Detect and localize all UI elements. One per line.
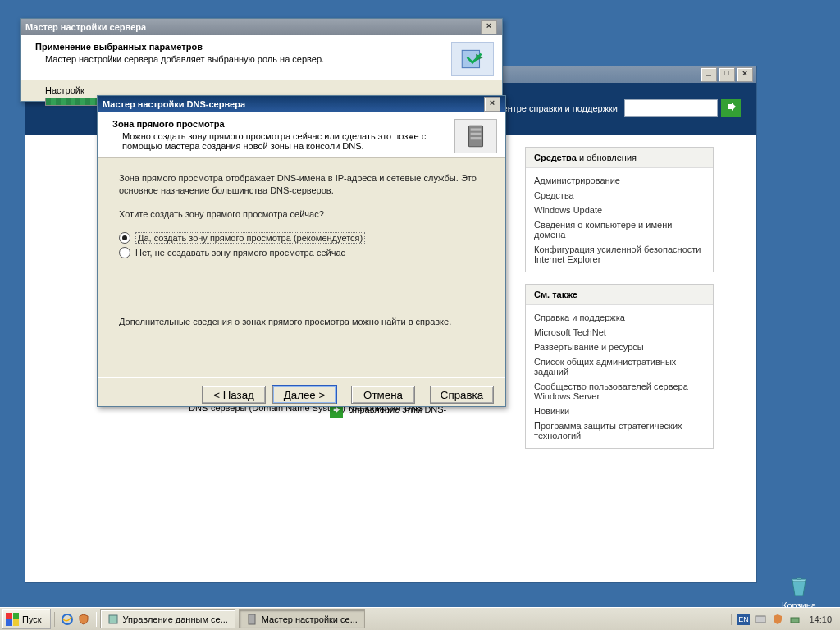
see-also-box: См. также Справка и поддержка Microsoft … [525,284,714,449]
side-link[interactable]: Сведения о компьютере и имени домена [534,217,705,242]
side-link[interactable]: Справка и поддержка [534,310,705,325]
tray-icon[interactable] [754,614,767,625]
side-link[interactable]: Развертывание и ресурсы [534,340,705,354]
wizard-subheading: Мастер настройки сервера добавляет выбра… [45,54,451,64]
system-tray: EN 14:10 [731,614,840,625]
cancel-button[interactable]: Отмена [351,386,415,404]
side-link[interactable]: Microsoft TechNet [534,325,705,340]
side-link[interactable]: Средства [534,188,705,203]
svg-rect-2 [471,128,482,130]
arrow-right-icon [724,102,737,115]
taskbar-item-dns-wizard[interactable]: Мастер настройки се... [239,609,365,628]
wizard-question: Хотите создать зону прямого просмотра се… [119,208,484,221]
side-link[interactable]: Windows Update [534,203,705,217]
start-label: Пуск [22,614,42,624]
radio-label: Нет, не создавать зону прямого просмотра… [135,248,345,258]
recycle-bin-icon [786,573,812,599]
recycle-bin[interactable]: Корзина [774,573,824,610]
search-go-button[interactable] [721,99,741,117]
windows-flag-icon [6,613,19,626]
server-config-wizard-window: Мастер настройки сервера × Применение вы… [20,18,503,102]
close-button[interactable]: × [481,20,497,34]
radio-label: Да, создать зону прямого просмотра (реко… [135,232,365,244]
taskbar-item-label: Мастер настройки се... [262,614,358,624]
maximize-button[interactable]: □ [719,67,735,82]
server-icon [454,119,497,153]
radio-create-zone-no[interactable]: Нет, не создавать зону прямого просмотра… [119,247,484,258]
ie-icon[interactable] [60,612,75,627]
wizard-title: Мастер настройки DNS-сервера [103,99,484,109]
taskbar-item-label: Управление данным се... [123,614,228,624]
close-button[interactable]: × [484,97,500,112]
svg-rect-9 [791,618,799,623]
dns-config-wizard-window: Мастер настройки DNS-сервера × Зона прям… [97,95,506,407]
wizard-hint: Дополнительные сведения о зонах прямого … [119,316,484,328]
svg-rect-7 [249,614,255,624]
side-link[interactable]: Программа защиты стратегических технолог… [534,418,705,443]
wizard-paragraph: Зона прямого просмотра отображает DNS-им… [119,172,484,197]
tools-updates-box: Средства и обновления Администрирование … [525,147,714,272]
tray-security-icon[interactable] [771,614,784,625]
side-link[interactable]: Новинки [534,404,705,418]
svg-rect-8 [756,616,765,623]
search-input[interactable] [624,99,718,117]
radio-icon [119,247,130,258]
svg-rect-6 [109,615,117,623]
wizard-subheading: Можно создать зону прямого просмотра сей… [122,131,454,151]
tray-clock[interactable]: 14:10 [806,614,835,624]
side-link[interactable]: Конфигурация усиленной безопасности Inte… [534,242,705,267]
svg-rect-4 [471,137,482,139]
taskbar: Пуск Управление данным се... Мастер наст… [0,607,840,630]
back-button[interactable]: < Назад [202,386,266,404]
radio-create-zone-yes[interactable]: Да, создать зону прямого просмотра (реко… [119,232,484,244]
side-link[interactable]: Список общих административных заданий [534,354,705,379]
wizard-heading: Применение выбранных параметров [35,42,451,52]
taskbar-item-manage-server[interactable]: Управление данным се... [100,609,235,628]
close-button[interactable]: × [737,67,753,82]
radio-icon [119,232,130,244]
shield-icon[interactable] [76,612,91,627]
side-link[interactable]: Сообщество пользователей сервера Windows… [534,379,705,404]
wizard-heading: Зона прямого просмотра [112,119,454,129]
tray-icon[interactable] [788,614,801,625]
server-role-icon [451,42,494,76]
next-button[interactable]: Далее > [272,386,336,404]
start-button[interactable]: Пуск [2,609,51,629]
minimize-button[interactable]: _ [701,67,717,82]
wizard-title: Мастер настройки сервера [25,22,481,32]
side-link[interactable]: Администрирование [534,173,705,188]
server-icon [246,614,258,625]
server-icon [107,614,119,625]
quick-launch [54,612,97,627]
language-indicator[interactable]: EN [737,614,750,625]
help-button[interactable]: Справка [430,386,494,404]
svg-rect-3 [471,133,482,135]
